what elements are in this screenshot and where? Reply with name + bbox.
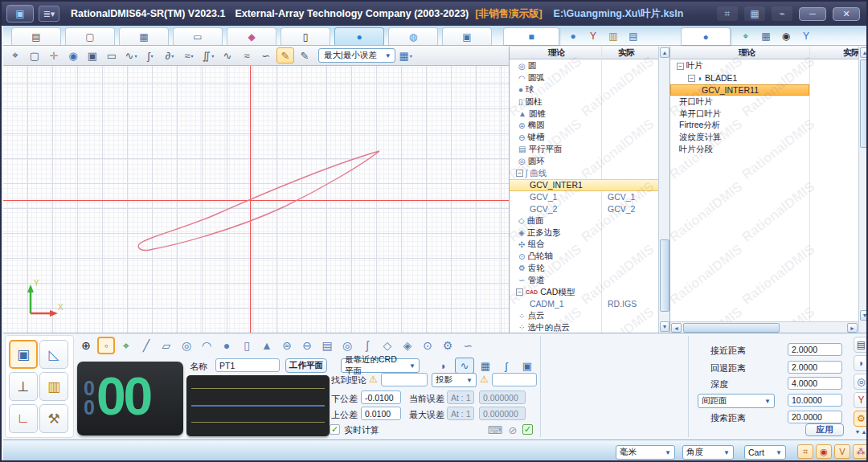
tree-item-label[interactable]: 圆环 [528, 156, 545, 167]
param-input[interactable]: 2.0000 [788, 343, 842, 356]
move-icon[interactable]: ⌖ [6, 47, 24, 63]
tab-axes-icon[interactable]: ⌖ [736, 27, 755, 45]
alignment-feature-icon[interactable]: ⌖ [117, 337, 135, 354]
scan-grid-icon[interactable]: ∬▾ [199, 47, 217, 63]
param-input[interactable]: 4.0000 [788, 377, 842, 390]
tree-item-label[interactable]: Firtree分析 [679, 120, 720, 131]
tree-item-label[interactable]: GCV_INTER11 [702, 85, 759, 95]
tree-item[interactable]: ◠圆弧 [510, 72, 658, 84]
pen-highlight-icon[interactable]: ✎ [276, 47, 294, 63]
select-elements-icon[interactable]: ▣ [84, 47, 101, 63]
zoom-search-icon[interactable]: ◎ [854, 374, 868, 390]
tree-item[interactable]: 单开口叶片 [670, 108, 858, 120]
tree-item-label[interactable]: 键槽 [527, 132, 544, 143]
tab-grid-table-icon[interactable]: ▦ [756, 27, 776, 45]
apply-button[interactable]: 应用 [805, 423, 844, 436]
tree-item-label[interactable]: GCV_INTER1 [530, 180, 583, 190]
tree-item[interactable]: 叶片分段 [670, 144, 858, 156]
tree-item[interactable]: ⊜椭圆 [510, 120, 658, 132]
slot-feature-icon[interactable]: ⊖ [298, 337, 316, 354]
tree-item-label[interactable]: CADM_1 [530, 299, 564, 309]
scroll-right-icon[interactable]: ► [847, 323, 858, 333]
probe-head-button[interactable]: ⊥ [9, 372, 38, 401]
theory-column-header[interactable]: 理论 [548, 47, 565, 59]
scroll-down-icon[interactable]: ▼ [660, 321, 669, 332]
error-mode-dropdown[interactable]: 最大|最小误差▼ [318, 48, 395, 63]
collapse-arrows-icon[interactable]: ▼▲ [855, 429, 868, 435]
dropdown-arrow-icon[interactable]: ▾ [150, 53, 153, 59]
scrollbar-thumb[interactable] [683, 323, 780, 333]
tab-camera-icon[interactable]: ◉ [776, 27, 796, 45]
expand-toggle-icon[interactable]: − [677, 63, 684, 70]
find-input[interactable] [381, 373, 428, 386]
tree-item[interactable]: 波纹度计算 [670, 132, 858, 144]
dropdown-arrow-icon[interactable]: ▾ [191, 53, 194, 59]
scan-closed-icon[interactable]: ∂▾ [161, 47, 178, 63]
point-feature-icon[interactable]: ◦ [97, 337, 115, 354]
tree-item[interactable]: ⊖键槽 [510, 132, 658, 144]
tree-item[interactable]: CADM_1RD.IGS [510, 298, 658, 310]
units-dropdown[interactable]: 毫米▼ [616, 445, 675, 460]
coordinate-axes-button[interactable]: ∟ [9, 404, 38, 433]
param-input[interactable]: 10.0000 [788, 394, 842, 407]
tree-item[interactable]: ◎圆 [510, 60, 658, 72]
tree-item[interactable]: ✣组合 [510, 239, 658, 251]
printer-icon[interactable]: ▤ [854, 337, 868, 353]
scroll-up-icon[interactable]: ▲ [660, 47, 669, 58]
eraser-icon[interactable]: ⊘ [505, 423, 521, 436]
arc-feature-icon[interactable]: ◠ [198, 337, 215, 354]
dropdown-arrow-icon[interactable]: ▾ [171, 53, 174, 59]
expand-toggle-icon[interactable]: − [688, 75, 695, 82]
minimize-button[interactable]: ─ [799, 7, 826, 21]
probe-setup-icon[interactable]: ⌁ [772, 6, 792, 21]
dropdown-arrow-icon[interactable]: ▾ [211, 53, 214, 59]
vertical-scrollbar[interactable]: ▲▼ [858, 47, 868, 333]
color-points-icon[interactable]: ⁂ [853, 444, 868, 459]
wave-3-icon[interactable]: ∽ [257, 47, 275, 63]
confirm-check-icon[interactable]: ✓ [522, 424, 533, 435]
points-grid-icon[interactable]: ▦▾ [397, 47, 415, 63]
line-feature-icon[interactable]: ╱ [137, 337, 155, 354]
tree-item-actual[interactable]: RD.IGS [608, 299, 637, 309]
cone-feature-icon[interactable]: ▲ [258, 337, 276, 354]
tree-item[interactable]: GCV_INTER11 [670, 84, 858, 96]
tree-item[interactable]: GCV_2GCV_2 [510, 203, 658, 215]
lower-tol-input[interactable]: -0.0100 [361, 390, 401, 404]
probe-cube-button[interactable]: ▣ [9, 340, 38, 369]
tree-item-label[interactable]: 叶片分段 [679, 144, 713, 155]
tab-sphere-small-icon[interactable]: ● [563, 27, 583, 45]
menu-icon[interactable]: ≣▾ [39, 6, 59, 22]
spacing-plane-dropdown[interactable]: 间距面▼ [698, 394, 775, 408]
actual-column-header[interactable]: 实际 [618, 47, 635, 59]
tree-item-label[interactable]: 球 [526, 84, 534, 96]
tree-item-label[interactable]: GCV_2 [530, 204, 557, 214]
tree-item[interactable]: −叶片 [670, 60, 858, 72]
tree-item[interactable]: ⁘选中的点云 [510, 322, 658, 333]
close-button[interactable]: ✕ [833, 7, 860, 21]
tree-item[interactable]: ∽管道 [510, 274, 658, 286]
joystick-icon[interactable]: ⌗ [717, 6, 738, 21]
tab-monitor-sphere-icon[interactable]: ▣ [442, 27, 492, 45]
theory-column-header[interactable]: 理论 [739, 47, 755, 59]
parallel-planes-feature-icon[interactable]: ▤ [318, 337, 336, 354]
tree-item[interactable]: Firtree分析 [670, 120, 858, 132]
plane-feature-icon[interactable]: ▱ [158, 337, 175, 354]
tree-item-label[interactable]: 曲面 [527, 215, 544, 227]
tree-item-label[interactable]: 曲线 [530, 168, 547, 179]
tree-item-actual[interactable]: GCV_1 [608, 192, 635, 202]
tree-item-label[interactable]: 管道 [527, 275, 544, 286]
tree-item-label[interactable]: 凸轮轴 [527, 251, 553, 262]
monitor-status-icon[interactable]: ▦ [744, 6, 765, 21]
tab-sphere-blue-icon[interactable]: ● [334, 27, 384, 45]
tree-item[interactable]: ◇曲面 [510, 215, 658, 227]
tree-item-label[interactable]: 椭圆 [527, 120, 544, 131]
sphere-feature-icon[interactable]: ● [218, 337, 235, 354]
v-probe-icon[interactable]: Y [854, 392, 868, 408]
tree-item[interactable]: ▤平行平面 [510, 144, 658, 156]
tree-item-label[interactable]: 正多边形 [527, 227, 561, 239]
surface-feature-icon[interactable]: ◇ [379, 337, 396, 354]
tree-item-label[interactable]: 开口叶片 [679, 96, 713, 108]
tree-item[interactable]: GCV_INTER1 [510, 179, 658, 191]
graphics-viewport[interactable]: Y X [3, 66, 509, 333]
tree-item[interactable]: GCV_1GCV_1 [510, 191, 658, 203]
